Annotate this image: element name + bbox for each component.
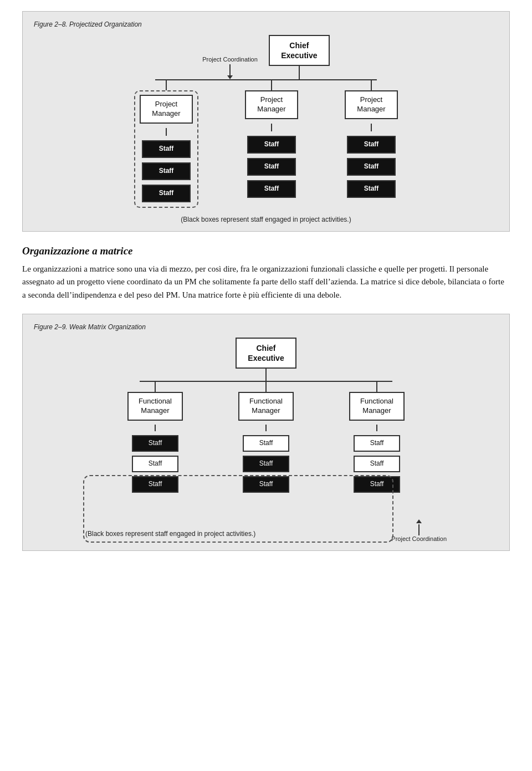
chief-executive-1: Chief Executive bbox=[269, 35, 330, 66]
fm2-staff-1: Staff bbox=[243, 435, 289, 452]
fm1-staff-3: Staff bbox=[132, 476, 178, 493]
figure-1-box: Figure 2–8. Projectized Organization Pro… bbox=[22, 11, 510, 232]
dashed-group-1: Project Manager Staff Staff Staff bbox=[134, 90, 198, 208]
fm-3: Functional Manager bbox=[349, 392, 405, 421]
section-body: Le organizzazioni a matrice sono una via… bbox=[22, 263, 510, 302]
pm-3: Project Manager bbox=[345, 90, 398, 119]
fm3-staff-1: Staff bbox=[354, 435, 400, 452]
staff-2-3: Staff bbox=[247, 180, 296, 198]
section-heading: Organizzazione a matrice bbox=[22, 245, 510, 257]
figure-1-footnote: (Black boxes represent staff engaged in … bbox=[181, 216, 351, 223]
proj-coord-label-2: Project Coordination bbox=[391, 535, 447, 543]
fm1-staff-2: Staff bbox=[132, 456, 178, 472]
figure-2-footnote: (Black boxes represent staff engaged in … bbox=[85, 530, 255, 538]
figure-1-diagram: Project Coordination Chief Executive bbox=[34, 35, 498, 223]
fm2-staff-3: Staff bbox=[243, 476, 289, 493]
staff-2-1: Staff bbox=[247, 136, 296, 154]
fm-1: Functional Manager bbox=[127, 392, 183, 421]
figure-2-caption: Figure 2–9. Weak Matrix Organization bbox=[34, 323, 498, 331]
fm1-staff-1: Staff bbox=[132, 435, 178, 452]
staff-3-1: Staff bbox=[347, 136, 396, 154]
staff-3-2: Staff bbox=[347, 158, 396, 176]
figure-1-caption: Figure 2–8. Projectized Organization bbox=[34, 21, 498, 28]
fm-2: Functional Manager bbox=[238, 392, 294, 421]
pm-2: Project Manager bbox=[245, 90, 298, 119]
figure-2-box: Figure 2–9. Weak Matrix Organization Chi… bbox=[22, 314, 510, 551]
pm-1: Project Manager bbox=[140, 95, 193, 124]
staff-1-3: Staff bbox=[142, 185, 191, 202]
staff-2-2: Staff bbox=[247, 158, 296, 176]
staff-3-3: Staff bbox=[347, 180, 396, 198]
staff-1-1: Staff bbox=[142, 140, 191, 158]
fm3-staff-3: Staff bbox=[354, 476, 400, 493]
fm2-staff-2: Staff bbox=[243, 456, 289, 472]
figure-2-diagram: Chief Executive Functional Manager Staff… bbox=[34, 338, 498, 543]
chief-executive-2: Chief Executive bbox=[236, 338, 296, 369]
staff-1-2: Staff bbox=[142, 162, 191, 180]
fm3-staff-2: Staff bbox=[354, 456, 400, 472]
proj-coord-label-1: Project Coordination bbox=[202, 56, 258, 63]
